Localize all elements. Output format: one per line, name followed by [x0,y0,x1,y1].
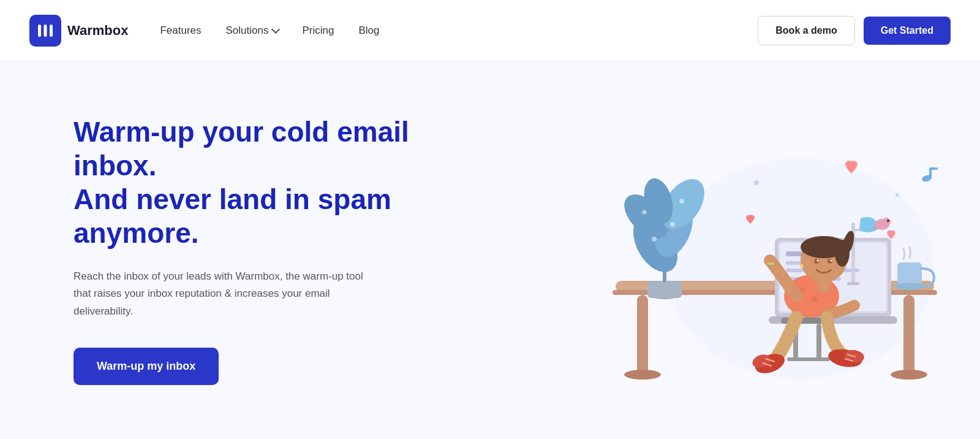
navbar: Warmbox Features Solutions Pricing Blog … [0,0,980,61]
nav-solutions-label: Solutions [226,25,269,37]
cta-button[interactable]: Warm-up my inbox [74,348,219,385]
svg-point-73 [895,193,899,197]
svg-rect-11 [647,281,682,298]
svg-rect-41 [787,357,830,361]
get-started-button[interactable]: Get Started [864,17,951,45]
hero-content: Warm-up your cold email inbox. And never… [74,115,441,385]
nav-actions: Book a demo Get Started [758,16,951,45]
hero-section: Warm-up your cold email inbox. And never… [0,61,980,439]
svg-rect-6 [637,295,648,375]
logo-icon [29,15,61,47]
logo-svg [36,21,55,40]
svg-rect-70 [929,167,938,170]
nav-blog[interactable]: Blog [358,25,379,37]
svg-rect-68 [767,262,774,265]
svg-rect-34 [847,282,859,285]
book-demo-button[interactable]: Book a demo [758,16,854,45]
chevron-down-icon [272,25,281,33]
svg-point-36 [882,218,891,226]
svg-rect-30 [897,262,922,286]
nav-solutions[interactable]: Solutions [226,25,278,37]
svg-rect-2 [50,25,53,37]
svg-rect-1 [44,25,47,37]
svg-point-21 [679,199,684,204]
svg-point-56 [800,264,804,268]
svg-point-18 [652,237,657,242]
svg-rect-57 [818,280,830,292]
hero-title: Warm-up your cold email inbox. And never… [74,115,441,251]
brand-name: Warmbox [67,23,128,39]
svg-point-19 [670,222,675,227]
nav-links: Features Solutions Pricing Blog [160,25,758,37]
hero-svg [542,72,959,428]
svg-point-31 [894,283,925,290]
hero-title-line2: And never land in spam anymore. [74,183,391,249]
svg-rect-40 [816,324,821,361]
svg-point-46 [812,296,818,302]
hero-illustration [521,61,980,439]
svg-rect-7 [903,295,914,375]
svg-point-54 [817,260,819,262]
svg-point-8 [624,370,661,380]
hero-title-line1: Warm-up your cold email inbox. [74,116,409,181]
svg-rect-0 [38,25,41,37]
svg-point-55 [831,260,832,262]
svg-point-72 [754,180,759,185]
logo-link[interactable]: Warmbox [29,15,128,47]
nav-pricing[interactable]: Pricing [302,25,334,37]
svg-point-37 [887,220,889,222]
svg-point-20 [643,210,647,215]
hero-subtitle: Reach the inbox of your leads with Warmb… [74,268,368,321]
svg-point-9 [891,370,927,380]
nav-features[interactable]: Features [160,25,201,37]
